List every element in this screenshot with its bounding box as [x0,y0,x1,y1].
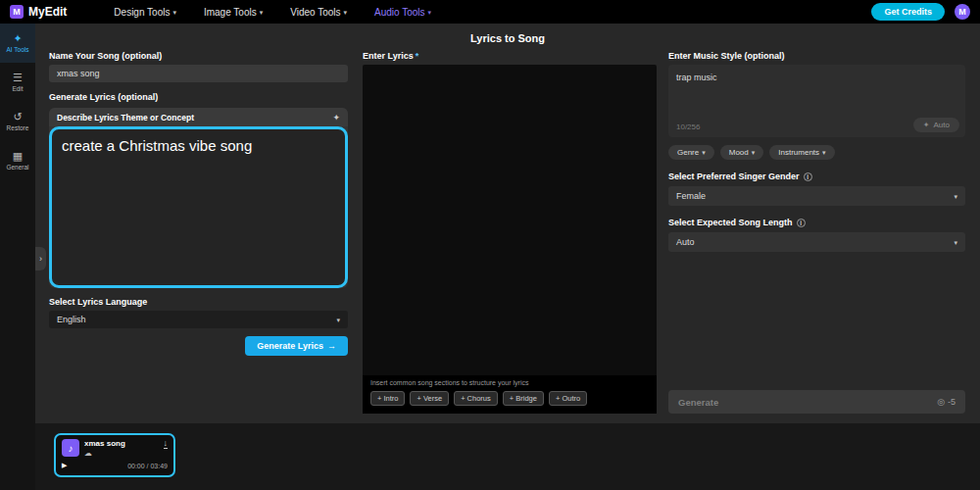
chevron-down-icon: ▾ [344,9,348,16]
nav-image-tools[interactable]: Image Tools ▾ [204,7,263,18]
nav-audio-tools-label: Audio Tools [374,7,425,18]
singer-gender-label: Select Preferred Singer Gender i [668,172,965,181]
magic-wand-icon: ✦ [923,121,930,129]
enter-lyrics-label-text: Enter Lyrics [363,51,414,61]
topbar-right: Get Credits M [871,3,970,21]
singer-gender-label-text: Select Preferred Singer Gender [668,172,800,181]
chevron-down-icon: ▾ [702,149,706,156]
song-length-label: Select Expected Song Length i [668,218,965,227]
song-section-chips: + Intro + Verse + Chorus + Bridge + Outr… [370,391,649,406]
enter-lyrics-label: Enter Lyrics * [363,51,657,61]
genre-pill-label: Genre [677,148,699,157]
chevron-down-icon: ▾ [752,149,756,156]
info-icon[interactable]: i [804,172,812,181]
chevron-down-icon: ▾ [954,193,957,200]
song-length-value: Auto [676,237,695,247]
download-icon[interactable]: ↓ [164,439,169,449]
cloud-icon[interactable]: ☁ [84,450,125,458]
grid-icon: ▦ [13,151,23,162]
lyrics-textarea[interactable] [363,65,657,375]
chevron-right-icon: › [39,254,42,264]
add-verse-chip[interactable]: + Verse [410,391,449,406]
sections-helper-text: Insert common song sections to structure… [370,379,649,386]
sidebar-item-general[interactable]: ▦ General [0,141,35,180]
magic-wand-icon[interactable]: ✦ [332,113,340,122]
nav-video-tools-label: Video Tools [290,7,340,18]
describe-theme-panel: Describe Lyrics Theme or Concept ✦ creat… [49,108,348,288]
sidebar-collapse-handle[interactable]: › [35,247,46,270]
sidebar-item-label: General [6,164,28,171]
style-category-pills: Genre ▾ Mood ▾ Instruments ▾ [668,145,965,160]
mood-pill[interactable]: Mood ▾ [720,145,764,160]
sidebar-item-restore[interactable]: ↺ Restore [0,102,35,141]
nav-design-tools[interactable]: Design Tools ▾ [114,7,176,18]
sidebar-item-label: Restore [7,124,29,131]
restore-icon: ↺ [13,112,22,122]
play-icon[interactable]: ▶ [62,462,67,469]
genre-pill[interactable]: Genre ▾ [668,145,714,160]
auto-style-button[interactable]: ✦ Auto [913,118,959,132]
lyrics-editor: Insert common song sections to structure… [363,65,657,414]
lyrics-footer: Insert common song sections to structure… [363,375,657,414]
generate-lyrics-row: Generate Lyrics → [49,336,348,356]
name-song-label: Name Your Song (optional) [49,51,348,61]
lyrics-language-select[interactable]: English ▾ [49,311,348,328]
user-avatar[interactable]: M [955,4,970,20]
player-song-title: xmas song [84,439,125,448]
auto-style-button-label: Auto [934,121,950,129]
get-credits-button[interactable]: Get Credits [871,3,945,21]
describe-theme-label: Describe Lyrics Theme or Concept [57,113,194,122]
sliders-icon: ☰ [13,73,23,83]
chevron-down-icon: ▾ [336,317,340,323]
info-icon[interactable]: i [797,219,806,227]
sidebar-item-ai-tools[interactable]: ✦ AI Tools [0,24,35,63]
player-card-bottom: ▶ 00:00 / 03:49 [62,462,168,469]
add-intro-chip[interactable]: + Intro [370,391,405,406]
add-chorus-chip[interactable]: + Chorus [454,391,498,406]
chevron-down-icon: ▾ [428,9,432,16]
sidebar-item-edit[interactable]: ☰ Edit [0,63,35,102]
singer-gender-value: Female [676,191,706,201]
song-setup-column: Name Your Song (optional) Generate Lyric… [49,51,348,356]
char-counter: 10/256 [676,122,700,131]
app-root: M MyEdit Design Tools ▾ Image Tools ▾ Vi… [0,0,980,490]
page-title: Lyrics to Song [35,24,980,44]
generate-song-button-label: Generate [678,397,718,408]
arrow-right-icon: → [327,341,336,351]
music-style-column: Enter Music Style (optional) trap music … [668,51,965,414]
nav-image-tools-label: Image Tools [204,7,257,18]
brand-name[interactable]: MyEdit [28,5,67,19]
music-style-textarea[interactable]: trap music [668,65,965,110]
player-card-top: ♪ xmas song ☁ ↓ [62,439,168,458]
song-player-card[interactable]: ♪ xmas song ☁ ↓ ▶ 00:00 / 03:49 [54,433,175,477]
ai-tools-icon: ✦ [13,33,22,44]
required-asterisk: * [416,51,419,61]
chevron-down-icon: ▾ [822,149,826,156]
music-note-icon: ♪ [62,439,79,457]
generate-lyrics-button[interactable]: Generate Lyrics → [245,336,348,356]
chevron-down-icon: ▾ [172,9,176,16]
nav-video-tools[interactable]: Video Tools ▾ [290,7,347,18]
lyrics-column: Enter Lyrics * Insert common song sectio… [363,51,657,414]
main-content: Lyrics to Song Name Your Song (optional)… [35,24,980,423]
results-bar: ♪ xmas song ☁ ↓ ▶ 00:00 / 03:49 [35,423,980,490]
instruments-pill[interactable]: Instruments ▾ [769,145,834,160]
credits-cost: ◎ -5 [937,397,956,407]
myedit-logo-icon[interactable]: M [10,5,24,19]
song-length-label-text: Select Expected Song Length [668,218,793,227]
add-bridge-chip[interactable]: + Bridge [503,391,544,406]
nav-audio-tools[interactable]: Audio Tools ▾ [374,7,431,18]
main-nav: Design Tools ▾ Image Tools ▾ Video Tools… [114,7,431,18]
mood-pill-label: Mood [729,148,749,157]
instruments-pill-label: Instruments [778,148,819,157]
add-outro-chip[interactable]: + Outro [549,391,587,406]
chevron-down-icon: ▾ [260,9,264,16]
generate-song-button[interactable]: Generate ◎ -5 [668,390,965,414]
song-name-input[interactable] [49,65,348,82]
singer-gender-select[interactable]: Female ▾ [668,186,965,206]
lyrics-language-value: English [57,315,86,324]
song-length-select[interactable]: Auto ▾ [668,232,965,252]
top-bar: M MyEdit Design Tools ▾ Image Tools ▾ Vi… [0,0,980,24]
theme-description-textarea[interactable]: create a Christmas vibe song [49,126,348,288]
generate-lyrics-label: Generate Lyrics (optional) [49,92,348,102]
